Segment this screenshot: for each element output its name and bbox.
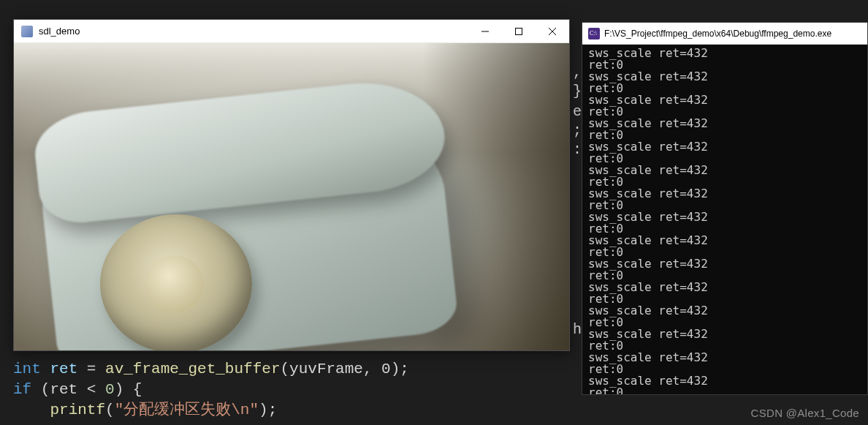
sdl-app-icon: [21, 26, 33, 37]
console-output[interactable]: sws_scale ret=432 ret:0 sws_scale ret=43…: [582, 45, 867, 394]
sdl-title: sdl_demo: [39, 26, 468, 37]
sdl-titlebar[interactable]: sdl_demo: [14, 20, 569, 43]
sdl-window: sdl_demo: [13, 19, 570, 351]
code-frag-semi: ;: [573, 121, 582, 140]
console-window: F:\VS_Project\ffmpeg_demo\x64\Debug\ffmp…: [582, 22, 868, 395]
close-button[interactable]: [536, 20, 569, 43]
editor-line-b3: printf("分配缓冲区失败\n");: [13, 402, 277, 418]
editor-line-b2: if (ret < 0) {: [13, 381, 142, 398]
sdl-video-frame: [14, 43, 569, 350]
phone-dial-shape: [100, 214, 252, 350]
code-frag-e: e: [573, 102, 582, 121]
code-frag-colon: :: [573, 140, 582, 159]
minimize-button[interactable]: [468, 20, 502, 43]
console-title: F:\VS_Project\ffmpeg_demo\x64\Debug\ffmp…: [604, 29, 863, 39]
svg-rect-0: [516, 28, 522, 34]
code-frag-comma: ,: [573, 63, 582, 82]
maximize-button[interactable]: [502, 20, 536, 43]
editor-line-b1: int ret = av_frame_get_buffer(yuvFrame, …: [13, 361, 409, 377]
console-titlebar[interactable]: F:\VS_Project\ffmpeg_demo\x64\Debug\ffmp…: [582, 23, 867, 45]
code-frag-brace: }: [573, 82, 582, 101]
console-app-icon: [588, 28, 600, 40]
watermark-text: CSDN @Alex1_Code: [751, 407, 859, 419]
code-frag-h: h: [573, 320, 582, 339]
